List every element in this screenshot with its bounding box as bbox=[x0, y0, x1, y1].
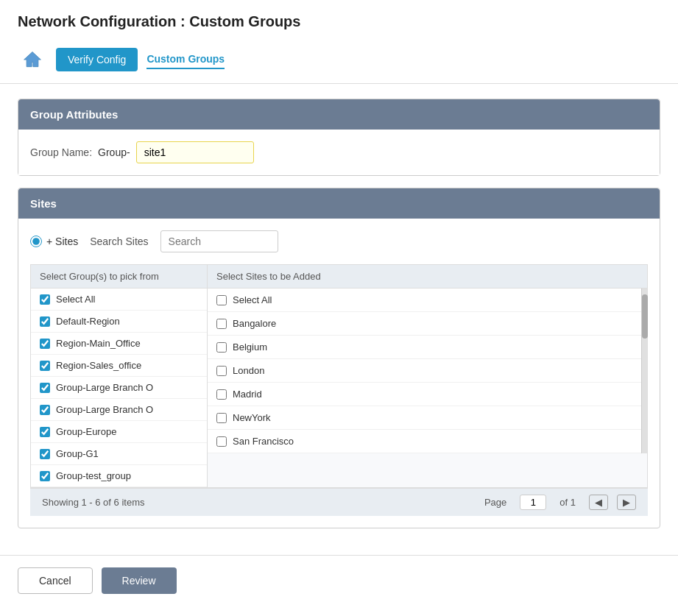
list-item[interactable]: Group-Europe bbox=[31, 421, 207, 443]
group-name-input[interactable] bbox=[136, 141, 254, 163]
site-label-0: Select All bbox=[233, 294, 272, 305]
group-prefix: Group- bbox=[98, 146, 130, 158]
group-label-6: Group-Europe bbox=[56, 426, 116, 437]
list-item[interactable]: Group-test_group bbox=[31, 465, 207, 487]
group-label-7: Group-G1 bbox=[56, 448, 99, 459]
site-label-4: Madrid bbox=[233, 389, 262, 400]
group-checkbox-3[interactable] bbox=[40, 361, 50, 371]
group-label-0: Select All bbox=[56, 294, 95, 305]
page-label: Page bbox=[484, 497, 506, 508]
site-checkbox-3[interactable] bbox=[216, 366, 227, 376]
verify-config-button[interactable]: Verify Config bbox=[56, 48, 138, 71]
list-item[interactable]: NewYork bbox=[208, 406, 641, 430]
list-item[interactable]: Region-Sales_office bbox=[31, 355, 207, 377]
group-attributes-card: Group Attributes Group Name: Group- bbox=[18, 99, 660, 176]
home-icon bbox=[22, 49, 43, 70]
add-sites-label: + Sites bbox=[46, 236, 78, 247]
main-content: Group Attributes Group Name: Group- Site… bbox=[0, 84, 678, 555]
group-attributes-body: Group Name: Group- bbox=[18, 130, 660, 175]
page-next-button[interactable]: ▶ bbox=[617, 495, 636, 510]
top-nav: Verify Config Custom Groups bbox=[0, 39, 678, 84]
list-item[interactable]: London bbox=[208, 359, 641, 383]
group-name-label: Group Name: bbox=[30, 146, 92, 158]
site-label-1: Bangalore bbox=[233, 318, 276, 329]
scrollbar-thumb[interactable] bbox=[642, 294, 648, 339]
add-sites-radio-input[interactable] bbox=[30, 236, 42, 247]
sites-selection-panel: Select Sites to be Added Select All Bang… bbox=[208, 265, 647, 487]
groups-panel-header: Select Group(s) to pick from bbox=[31, 265, 207, 288]
search-input[interactable] bbox=[160, 230, 278, 252]
page-title: Network Configuration : Custom Groups bbox=[0, 0, 678, 39]
group-name-row: Group Name: Group- bbox=[30, 141, 648, 163]
list-item[interactable]: Belgium bbox=[208, 336, 641, 359]
group-label-2: Region-Main_Office bbox=[56, 338, 141, 349]
site-checkbox-4[interactable] bbox=[216, 389, 227, 400]
list-item[interactable]: Default-Region bbox=[31, 311, 207, 333]
site-checkbox-6[interactable] bbox=[216, 436, 227, 447]
list-item[interactable]: Group-Large Branch O bbox=[31, 399, 207, 421]
group-attributes-header: Group Attributes bbox=[18, 99, 660, 130]
group-checkbox-7[interactable] bbox=[40, 449, 50, 459]
site-checkbox-5[interactable] bbox=[216, 413, 227, 423]
groups-panel: Select Group(s) to pick from Select All … bbox=[31, 265, 208, 487]
list-item[interactable]: Select All bbox=[31, 288, 207, 311]
group-label-1: Default-Region bbox=[56, 316, 120, 327]
sites-card: Sites + Sites Search Sites Select Group(… bbox=[18, 188, 660, 528]
group-checkbox-2[interactable] bbox=[40, 339, 50, 349]
pagination-info: Showing 1 - 6 of 6 items bbox=[42, 497, 144, 508]
review-button[interactable]: Review bbox=[102, 567, 177, 594]
custom-groups-tab[interactable]: Custom Groups bbox=[146, 50, 225, 69]
site-label-5: NewYork bbox=[233, 412, 271, 423]
list-item[interactable]: Group-G1 bbox=[31, 443, 207, 465]
sites-controls: + Sites Search Sites bbox=[30, 230, 648, 252]
sites-header: Sites bbox=[18, 188, 660, 219]
group-checkbox-6[interactable] bbox=[40, 427, 50, 437]
site-checkbox-2[interactable] bbox=[216, 342, 227, 353]
page-number-input[interactable] bbox=[520, 495, 546, 510]
sites-panel-header: Select Sites to be Added bbox=[208, 265, 647, 288]
site-label-2: Belgium bbox=[233, 341, 267, 353]
site-label-3: London bbox=[233, 365, 264, 376]
page-of-label: of 1 bbox=[559, 497, 576, 508]
site-label-6: San Francisco bbox=[233, 436, 294, 447]
group-label-4: Group-Large Branch O bbox=[56, 382, 153, 393]
group-checkbox-4[interactable] bbox=[40, 383, 50, 393]
group-checkbox-1[interactable] bbox=[40, 316, 50, 327]
cancel-button[interactable]: Cancel bbox=[18, 567, 93, 594]
add-sites-radio[interactable]: + Sites bbox=[30, 236, 78, 247]
footer-actions: Cancel Review bbox=[0, 555, 678, 606]
group-label-3: Region-Sales_office bbox=[56, 360, 141, 371]
group-checkbox-5[interactable] bbox=[40, 405, 50, 415]
list-item[interactable]: San Francisco bbox=[208, 430, 641, 453]
list-item[interactable]: Group-Large Branch O bbox=[31, 377, 207, 399]
group-label-8: Group-test_group bbox=[56, 470, 131, 481]
group-checkbox-0[interactable] bbox=[40, 294, 50, 305]
page-prev-button[interactable]: ◀ bbox=[589, 495, 608, 510]
list-item[interactable]: Select All bbox=[208, 288, 641, 312]
list-item[interactable]: Madrid bbox=[208, 383, 641, 406]
list-item[interactable]: Bangalore bbox=[208, 312, 641, 336]
list-item[interactable]: Region-Main_Office bbox=[31, 333, 207, 355]
sites-list: Select All Bangalore Belgium bbox=[208, 288, 641, 453]
home-button[interactable] bbox=[18, 45, 47, 74]
sites-grid: Select Group(s) to pick from Select All … bbox=[30, 264, 648, 488]
groups-list: Select All Default-Region Region-Main_Of… bbox=[31, 288, 207, 487]
group-label-5: Group-Large Branch O bbox=[56, 404, 153, 415]
search-sites-label: Search Sites bbox=[90, 236, 148, 247]
site-checkbox-0[interactable] bbox=[216, 295, 227, 305]
pagination-bar: Showing 1 - 6 of 6 items Page of 1 ◀ ▶ bbox=[30, 488, 648, 516]
sites-body: + Sites Search Sites Select Group(s) to … bbox=[18, 219, 660, 528]
scrollbar[interactable] bbox=[641, 288, 647, 453]
group-checkbox-8[interactable] bbox=[40, 471, 50, 481]
site-checkbox-1[interactable] bbox=[216, 319, 227, 329]
